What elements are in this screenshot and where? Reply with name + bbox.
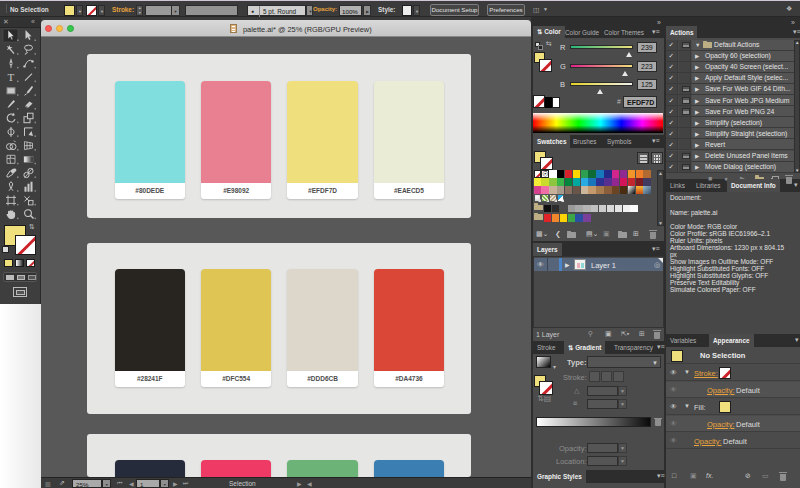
svg-text:T: T xyxy=(8,71,15,83)
